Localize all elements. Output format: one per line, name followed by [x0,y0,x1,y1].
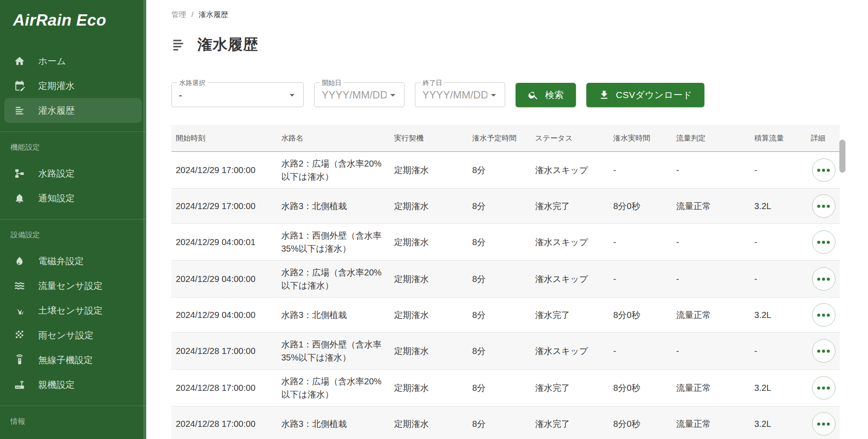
column-header-detail: 詳細 [807,133,840,143]
app-logo: AirRain Eco [13,11,146,29]
row-detail-button[interactable] [812,230,835,254]
irrigation-history-table: 開始時刻 水路名 実行契機 潅水予定時間 ステータス 潅水実時間 流量判定 積算… [171,125,840,439]
cell-waterway-name: 水路2：広場（含水率20%以下は潅水） [278,261,391,297]
sidebar-item-scheduled-irrigation[interactable]: 定期灌水 [0,73,146,98]
sidebar-item-label: 灌水履歴 [38,105,75,117]
table-row: 2024/12/28 17:00:00 水路3：北側植栽 定期潅水 8分 潅水完… [171,406,840,439]
cell-flow-check: - [673,158,751,182]
start-date-field[interactable]: 開始日 [314,82,404,107]
cell-planned-time: 8分 [469,376,532,400]
table-row: 2024/12/29 17:00:00 水路2：広場（含水率20%以下は潅水） … [171,152,840,189]
cell-total-flow: - [751,339,807,363]
end-date-field[interactable]: 終了日 [415,82,505,107]
dot-icon [822,350,825,353]
column-header-flow-check: 流量判定 [673,133,751,143]
cell-waterway-name: 水路1：西側外壁（含水率35%以下は潅水） [278,224,391,260]
sidebar-item-wireless-unit-settings[interactable]: 無線子機設定 [0,347,146,372]
cell-detail [807,303,840,327]
dot-icon [822,387,825,390]
start-date-input[interactable] [322,89,387,101]
cell-flow-check: - [673,267,751,291]
breadcrumb-root-link[interactable]: 管理 [171,10,186,20]
cell-total-flow: 3.2L [751,412,807,436]
sidebar-item-label: 流量センサ設定 [38,280,102,292]
table-row: 2024/12/28 17:00:00 水路2：広場（含水率20%以下は潅水） … [171,370,840,406]
sidebar-item-valve-settings[interactable]: 電磁弁設定 [0,249,146,273]
row-detail-button[interactable] [812,158,835,182]
waterway-select-value: - [179,89,286,101]
column-header-start-time: 開始時刻 [171,133,278,143]
cell-planned-time: 8分 [469,412,532,436]
row-detail-button[interactable] [812,194,835,218]
table-scrollbar-thumb[interactable] [839,140,845,173]
cell-status: 潅水完了 [532,412,610,436]
dot-icon [817,423,820,426]
sidebar-item-irrigation-history[interactable]: 灌水履歴 [4,98,142,123]
waterway-select[interactable]: 水路選択 - [171,82,304,107]
sidebar-item-waterway-settings[interactable]: 水路設定 [0,161,146,186]
cell-detail [807,412,840,436]
sidebar-item-label: 電磁弁設定 [38,255,84,267]
history-list-icon [171,37,186,52]
cell-trigger: 定期潅水 [391,339,469,363]
cell-detail [807,194,840,218]
dropdown-arrow-icon [487,89,500,101]
breadcrumb-current: 潅水履歴 [199,10,228,20]
cell-planned-time: 8分 [469,303,532,327]
search-icon [528,89,539,101]
search-button-label: 検索 [545,89,564,101]
cell-trigger: 定期潅水 [391,194,469,218]
waves-icon [14,280,25,292]
dot-icon [827,241,830,244]
cell-waterway-name: 水路3：北側植栽 [278,412,391,436]
cell-trigger: 定期潅水 [391,412,469,436]
cell-status: 潅水スキップ [532,267,610,291]
sidebar-item-label: 定期灌水 [38,80,75,92]
cell-actual-time: - [610,230,673,254]
cell-planned-time: 8分 [469,230,532,254]
sidebar-divider [0,406,146,406]
dot-icon [822,205,825,208]
grain-dots-icon [14,330,25,341]
row-detail-button[interactable] [812,412,835,436]
cell-trigger: 定期潅水 [391,158,469,182]
table-row: 2024/12/29 17:00:00 水路3：北側植栽 定期潅水 8分 潅水完… [171,189,840,224]
dot-icon [827,278,830,281]
main-content: 管理 / 潅水履歴 潅水履歴 水路選択 - 開始日 終了日 [146,0,868,439]
sidebar-item-base-unit-settings[interactable]: 親機設定 [0,372,146,397]
sidebar-item-home[interactable]: ホーム [0,49,146,73]
csv-download-button[interactable]: CSVダウンロード [586,83,704,107]
dot-icon [822,314,825,317]
cell-start-time: 2024/12/28 17:00:00 [171,412,278,436]
cell-total-flow: 3.2L [751,303,807,327]
cell-planned-time: 8分 [469,194,532,218]
sidebar-item-notification-settings[interactable]: 通知設定 [0,186,146,210]
dot-icon [822,278,825,281]
row-detail-button[interactable] [812,339,835,363]
sidebar-divider [0,219,146,220]
cell-actual-time: 8分0秒 [610,412,673,436]
end-date-input[interactable] [422,89,487,101]
sidebar-item-flow-sensor-settings[interactable]: 流量センサ設定 [0,273,146,298]
cell-trigger: 定期潅水 [391,376,469,400]
sidebar-item-rain-sensor-settings[interactable]: 雨センサ設定 [0,323,146,347]
cell-waterway-name: 水路1：西側外壁（含水率35%以下は潅水） [278,333,391,369]
cell-flow-check: 流量正常 [673,194,751,218]
search-button[interactable]: 検索 [516,83,576,107]
row-detail-button[interactable] [812,376,835,400]
sidebar-section-equipment-settings: 設備設定 [0,230,146,240]
row-detail-button[interactable] [812,267,835,291]
column-header-actual-time: 潅水実時間 [610,133,673,143]
cell-actual-time: - [610,158,673,182]
cell-waterway-name: 水路3：北側植栽 [278,194,391,218]
sidebar: AirRain Eco ホーム 定期灌水 灌水履歴 機能設定 水 [0,0,146,439]
sidebar-section-info: 情報 [0,416,146,426]
dot-icon [827,423,830,426]
cell-total-flow: - [751,230,807,254]
download-icon [598,89,610,101]
schema-icon [14,168,25,179]
sidebar-item-soil-sensor-settings[interactable]: 土壌センサ設定 [0,298,146,323]
cell-start-time: 2024/12/29 04:00:00 [171,303,278,327]
cell-start-time: 2024/12/28 17:00:00 [171,376,278,400]
row-detail-button[interactable] [812,303,835,327]
